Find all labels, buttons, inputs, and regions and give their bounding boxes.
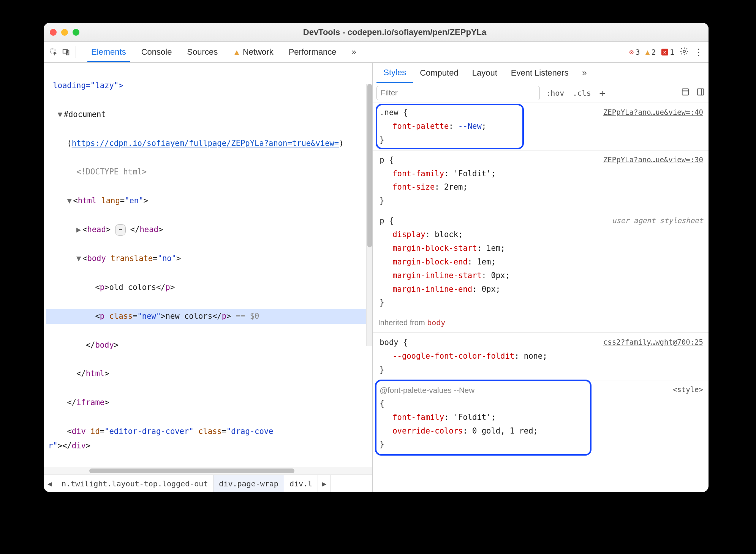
settings-button[interactable] xyxy=(680,47,689,58)
warning-count[interactable]: ▲2 xyxy=(645,47,656,57)
disclosure-triangle-icon[interactable]: ▶ xyxy=(76,223,82,237)
disclosure-triangle-icon[interactable]: ▼ xyxy=(67,194,73,208)
css-property[interactable]: font-size xyxy=(392,182,435,192)
css-property[interactable]: font-palette xyxy=(392,122,449,131)
css-value: 0px xyxy=(491,271,505,280)
tab-layout[interactable]: Layout xyxy=(465,63,504,83)
inspect-element-icon[interactable] xyxy=(49,47,59,57)
css-rule[interactable]: ZEPpYLa?ano…ue&view=:40 .new { font-pale… xyxy=(373,103,709,150)
horizontal-scrollbar[interactable] xyxy=(44,467,372,475)
more-tabs-button[interactable]: » xyxy=(575,63,593,83)
css-value[interactable]: 2rem xyxy=(444,182,463,192)
scroll-thumb[interactable] xyxy=(367,84,372,247)
dom-node[interactable]: body xyxy=(87,254,106,263)
inherited-from-label: Inherited from body xyxy=(373,313,709,333)
more-options-button[interactable]: ⋮ xyxy=(694,47,703,57)
tab-styles[interactable]: Styles xyxy=(376,63,413,83)
tab-computed[interactable]: Computed xyxy=(413,63,465,83)
text-node: new colors xyxy=(166,312,212,321)
css-value[interactable]: --New xyxy=(458,122,482,131)
doctype-node[interactable]: <!DOCTYPE html> xyxy=(76,167,147,176)
message-icon: ✕ xyxy=(661,49,668,55)
minimize-window-button[interactable] xyxy=(61,29,68,36)
rule-source-link[interactable]: ZEPpYLa?ano…ue&view=:40 xyxy=(603,106,703,119)
disclosure-triangle-icon[interactable]: ▼ xyxy=(76,252,82,266)
css-value[interactable]: 'Foldit' xyxy=(454,169,491,178)
zoom-window-button[interactable] xyxy=(73,29,79,36)
font-palette-values-rule[interactable]: <style> @font-palette-values --New { fon… xyxy=(373,380,709,454)
tab-event-listeners[interactable]: Event Listeners xyxy=(504,63,576,83)
tab-sources[interactable]: Sources xyxy=(179,42,225,62)
tab-label: Network xyxy=(243,47,274,57)
css-rule-user-agent[interactable]: user agent stylesheet p { display: block… xyxy=(373,211,709,313)
tab-console[interactable]: Console xyxy=(134,42,180,62)
close-window-button[interactable] xyxy=(50,29,57,36)
disclosure-triangle-icon[interactable]: ▼ xyxy=(58,108,64,122)
computed-styles-toggle-icon[interactable] xyxy=(681,88,690,98)
css-value[interactable]: 0 gold, 1 red xyxy=(472,426,533,435)
css-rule[interactable]: ZEPpYLa?ano…ue&view=:30 p { font-family:… xyxy=(373,150,709,212)
css-value[interactable]: 'Foldit' xyxy=(454,413,491,422)
toolbar-right: ⊗3 ▲2 ✕1 ⋮ xyxy=(629,47,703,58)
dom-node[interactable]: head xyxy=(87,225,106,234)
at-rule-header[interactable]: @font-palette-values --New xyxy=(380,383,703,397)
css-rule[interactable]: css2?family…wght@700:25 body { --google-… xyxy=(373,333,709,380)
scroll-thumb[interactable] xyxy=(89,469,294,473)
selector[interactable]: p xyxy=(380,155,384,165)
dom-tree[interactable]: loading="lazy"> ▼#document (https://cdpn… xyxy=(44,63,372,467)
paren: ( xyxy=(67,139,71,148)
css-property[interactable]: override-colors xyxy=(392,426,463,435)
selector[interactable]: body xyxy=(380,338,398,347)
hov-toggle[interactable]: :hov xyxy=(544,87,566,99)
error-icon: ⊗ xyxy=(629,47,634,57)
error-count[interactable]: ⊗3 xyxy=(629,47,640,57)
ellipsis-badge[interactable]: ⋯ xyxy=(115,224,125,236)
css-value: 0px xyxy=(482,285,496,294)
styles-rules[interactable]: ZEPpYLa?ano…ue&view=:40 .new { font-pale… xyxy=(373,103,709,492)
tab-elements[interactable]: Elements xyxy=(84,42,134,62)
css-property[interactable]: font-family xyxy=(392,413,444,422)
elements-panel: loading="lazy"> ▼#document (https://cdpn… xyxy=(44,63,373,492)
dom-node[interactable]: html xyxy=(86,369,104,378)
rule-source-link[interactable]: ZEPpYLa?ano…ue&view=:30 xyxy=(603,154,703,166)
css-value[interactable]: none xyxy=(524,351,542,361)
inherited-selector[interactable]: body xyxy=(427,318,445,327)
tab-network[interactable]: ▲Network xyxy=(225,42,281,62)
more-tabs-button[interactable]: » xyxy=(344,42,364,62)
css-property: margin-block-end xyxy=(392,257,467,266)
rule-source-label: user agent stylesheet xyxy=(612,214,703,227)
selected-node[interactable]: <p class="new">new colors</p> == $0 xyxy=(46,309,372,324)
vertical-scrollbar[interactable] xyxy=(366,84,372,346)
filter-input[interactable] xyxy=(376,86,540,100)
breadcrumb-item[interactable]: n.twilight.layout-top.logged-out xyxy=(56,475,214,492)
new-style-rule-button[interactable]: + xyxy=(597,86,608,100)
device-toolbar-icon[interactable] xyxy=(61,47,71,57)
window-title: DevTools - codepen.io/sofiayem/pen/ZEPpY… xyxy=(87,27,702,37)
svg-rect-4 xyxy=(682,89,689,95)
selector[interactable]: .new xyxy=(380,108,398,117)
breadcrumb-next-button[interactable]: ▶ xyxy=(318,475,331,492)
attr-value: "en" xyxy=(125,196,143,205)
panel-tabs: Elements Console Sources ▲Network Perfor… xyxy=(84,42,364,62)
text-node[interactable]: old colors xyxy=(109,283,156,292)
breadcrumb-prev-button[interactable]: ◀ xyxy=(44,475,56,492)
css-property[interactable]: font-family xyxy=(392,169,444,178)
tab-performance[interactable]: Performance xyxy=(281,42,344,62)
toggle-sidebar-icon[interactable] xyxy=(696,88,705,98)
message-count[interactable]: ✕1 xyxy=(661,47,674,57)
cls-toggle[interactable]: .cls xyxy=(570,87,593,99)
warning-icon: ▲ xyxy=(233,48,240,57)
titlebar: DevTools - codepen.io/sofiayem/pen/ZEPpY… xyxy=(44,23,709,42)
dom-node[interactable]: html xyxy=(78,196,96,205)
breadcrumb-item-selected[interactable]: div.page-wrap xyxy=(214,475,284,492)
document-url-link[interactable]: https://cdpn.io/sofiayem/fullpage/ZEPpYL… xyxy=(72,139,339,148)
svg-point-3 xyxy=(683,50,685,52)
rule-source-link[interactable]: css2?family…wght@700:25 xyxy=(603,336,703,348)
selection-hint: == $0 xyxy=(231,312,259,321)
css-property[interactable]: --google-font-color-foldit xyxy=(392,351,514,361)
selector[interactable]: p xyxy=(380,216,384,225)
dom-node[interactable]: #document xyxy=(64,110,106,119)
dom-node[interactable]: body xyxy=(95,340,114,350)
rule-source-label[interactable]: <style> xyxy=(673,383,703,396)
breadcrumb-item[interactable]: div.l xyxy=(284,475,318,492)
